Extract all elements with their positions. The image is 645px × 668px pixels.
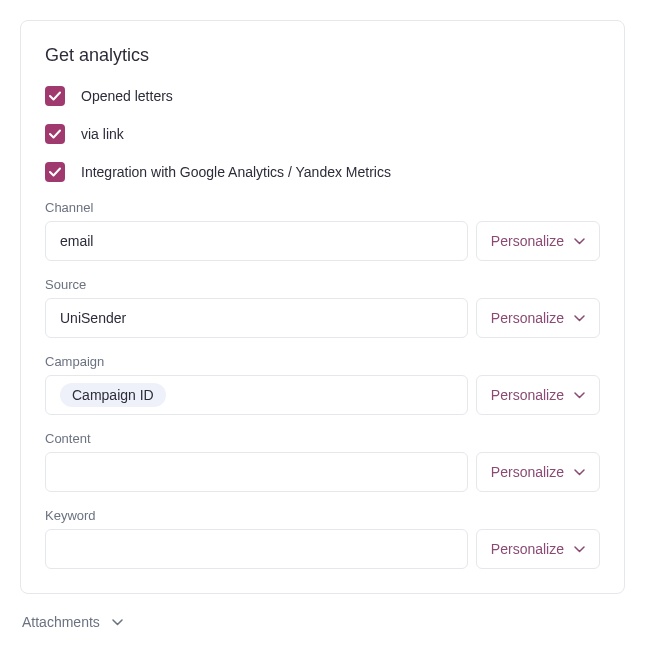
field-row: Personalize — [45, 529, 600, 569]
field-label-content: Content — [45, 431, 600, 446]
checkbox-integration[interactable] — [45, 162, 65, 182]
check-icon — [49, 91, 61, 101]
field-group-campaign: Campaign Campaign ID Personalize — [45, 354, 600, 415]
campaign-id-chip[interactable]: Campaign ID — [60, 383, 166, 407]
checkbox-label: Integration with Google Analytics / Yand… — [81, 164, 391, 180]
channel-input[interactable] — [45, 221, 468, 261]
field-label-campaign: Campaign — [45, 354, 600, 369]
personalize-label: Personalize — [491, 233, 564, 249]
personalize-label: Personalize — [491, 464, 564, 480]
checkbox-row-via-link: via link — [45, 124, 600, 144]
personalize-label: Personalize — [491, 541, 564, 557]
attachments-label: Attachments — [22, 614, 100, 630]
personalize-button-campaign[interactable]: Personalize — [476, 375, 600, 415]
content-input[interactable] — [45, 452, 468, 492]
chevron-down-icon — [574, 238, 585, 245]
keyword-input[interactable] — [45, 529, 468, 569]
chevron-down-icon — [574, 546, 585, 553]
analytics-panel: Get analytics Opened letters via link In… — [20, 20, 625, 594]
personalize-button-source[interactable]: Personalize — [476, 298, 600, 338]
field-group-content: Content Personalize — [45, 431, 600, 492]
personalize-label: Personalize — [491, 310, 564, 326]
field-label-keyword: Keyword — [45, 508, 600, 523]
chevron-down-icon — [112, 619, 123, 626]
checkbox-row-opened-letters: Opened letters — [45, 86, 600, 106]
personalize-button-content[interactable]: Personalize — [476, 452, 600, 492]
field-row: Personalize — [45, 452, 600, 492]
source-input[interactable] — [45, 298, 468, 338]
check-icon — [49, 129, 61, 139]
checkbox-row-integration: Integration with Google Analytics / Yand… — [45, 162, 600, 182]
checkbox-via-link[interactable] — [45, 124, 65, 144]
chevron-down-icon — [574, 392, 585, 399]
field-group-keyword: Keyword Personalize — [45, 508, 600, 569]
checkbox-opened-letters[interactable] — [45, 86, 65, 106]
field-row: Personalize — [45, 221, 600, 261]
attachments-toggle[interactable]: Attachments — [20, 614, 625, 630]
personalize-button-channel[interactable]: Personalize — [476, 221, 600, 261]
field-row: Personalize — [45, 298, 600, 338]
field-row: Campaign ID Personalize — [45, 375, 600, 415]
field-label-channel: Channel — [45, 200, 600, 215]
check-icon — [49, 167, 61, 177]
chevron-down-icon — [574, 315, 585, 322]
checkbox-label: via link — [81, 126, 124, 142]
personalize-button-keyword[interactable]: Personalize — [476, 529, 600, 569]
field-group-channel: Channel Personalize — [45, 200, 600, 261]
field-group-source: Source Personalize — [45, 277, 600, 338]
campaign-input[interactable]: Campaign ID — [45, 375, 468, 415]
field-label-source: Source — [45, 277, 600, 292]
panel-title: Get analytics — [45, 45, 600, 66]
chevron-down-icon — [574, 469, 585, 476]
personalize-label: Personalize — [491, 387, 564, 403]
checkbox-label: Opened letters — [81, 88, 173, 104]
